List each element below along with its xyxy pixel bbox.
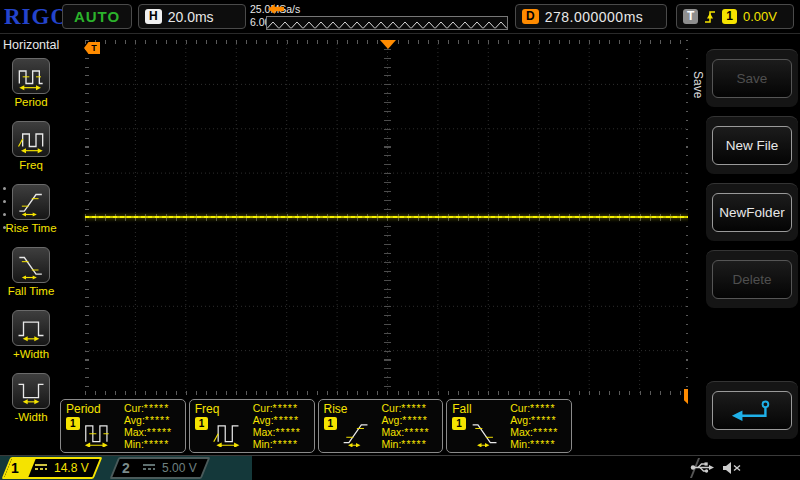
top-status-bar: RIGOL AUTO H 20.0ms 25.0MSa/s 6.00M pts … [0,0,800,34]
period-icon [82,417,116,447]
measurement-panel-rise: Rise 1 Cur:***** Avg:***** Max:***** Min… [318,399,444,453]
channel1-scale: 14.8 V [54,461,89,475]
trigger-badge: T [683,9,698,24]
channel2-scale: 5.00 V [162,461,197,475]
softkey-slot: Delete [706,250,798,308]
new-file-button[interactable]: New File [712,126,792,165]
channel1-trace [85,216,690,218]
channel-badge: 1 [66,417,80,430]
timebase-value: 20.0ms [168,9,214,25]
measure-item-fall-time[interactable]: Fall Time [0,247,62,297]
horizontal-badge: H [145,9,162,24]
delay-value: 278.000000ms [545,9,644,25]
channel-badge: 1 [195,417,209,430]
trigger-source-badge: 1 [722,9,737,24]
rise-time-icon [16,187,46,217]
run-status-label: AUTO [74,8,120,25]
save-menu: Save Save New File NewFolder Delete [688,35,800,455]
minus-width-icon [16,376,46,406]
freq-icon [16,124,46,154]
measure-item-rise-time[interactable]: Rise Time [0,184,62,234]
channel-badge: 1 [324,417,338,430]
measure-menu-title: Horizontal [0,35,62,58]
freq-icon [210,417,244,447]
measurement-panel-fall: Fall 1 Cur:***** Avg:***** Max:***** Min… [446,399,572,453]
trigger-info-box[interactable]: T 1 0.00V [676,4,794,29]
dc-coupling-icon [143,464,155,470]
back-button[interactable] [712,391,792,430]
measurement-panel-period: Period 1 Cur:***** Avg:***** Max:***** M… [60,399,186,453]
fall-time-icon [468,417,502,447]
usb-icon [690,461,714,474]
return-arrow-icon [729,398,775,424]
trigger-level-value: 0.00V [743,9,777,24]
rise-time-icon [339,417,373,447]
horizontal-timebase-box[interactable]: H 20.0ms [138,4,246,29]
waveform-preview [266,16,508,30]
channel1-status[interactable]: 1 14.8 V [2,457,102,479]
channel-status-bar: 1 14.8 V 2 5.00 V [0,455,800,480]
measure-menu: Horizontal Period Freq Rise Time [0,35,62,455]
menu-page-dots [3,187,6,239]
delay-badge: D [522,9,539,24]
fall-time-icon [16,250,46,280]
waveform-display: T T [85,40,690,395]
measure-item-minus-width[interactable]: -Width [0,373,62,423]
preview-waveform-icon [267,19,507,31]
trigger-delay-box[interactable]: D 278.000000ms [515,4,667,29]
new-folder-button[interactable]: NewFolder [712,193,792,232]
softkey-slot: Save [706,49,798,107]
measure-item-plus-width[interactable]: +Width [0,310,62,360]
dc-coupling-icon [35,464,47,470]
channel2-status[interactable]: 2 5.00 V [110,457,210,479]
speaker-muted-icon [722,461,742,475]
measure-item-period[interactable]: Period [0,58,62,108]
plus-width-icon [16,313,46,343]
save-button: Save [712,59,792,98]
softkey-slot [706,381,798,439]
trigger-position-marker-icon[interactable] [380,40,396,49]
channel-badge: 1 [452,417,466,430]
period-icon [16,61,46,91]
softkey-slot: NewFolder [706,183,798,241]
save-menu-tab: Save [691,71,705,98]
measure-item-freq[interactable]: Freq [0,121,62,171]
run-status-indicator: AUTO [62,4,132,29]
delete-button: Delete [712,260,792,299]
measurement-panel-freq: Freq 1 Cur:***** Avg:***** Max:***** Min… [189,399,315,453]
measurement-results: Period 1 Cur:***** Avg:***** Max:***** M… [60,399,572,453]
trigger-slope-icon [704,9,716,25]
softkey-slot: New File [706,116,798,174]
